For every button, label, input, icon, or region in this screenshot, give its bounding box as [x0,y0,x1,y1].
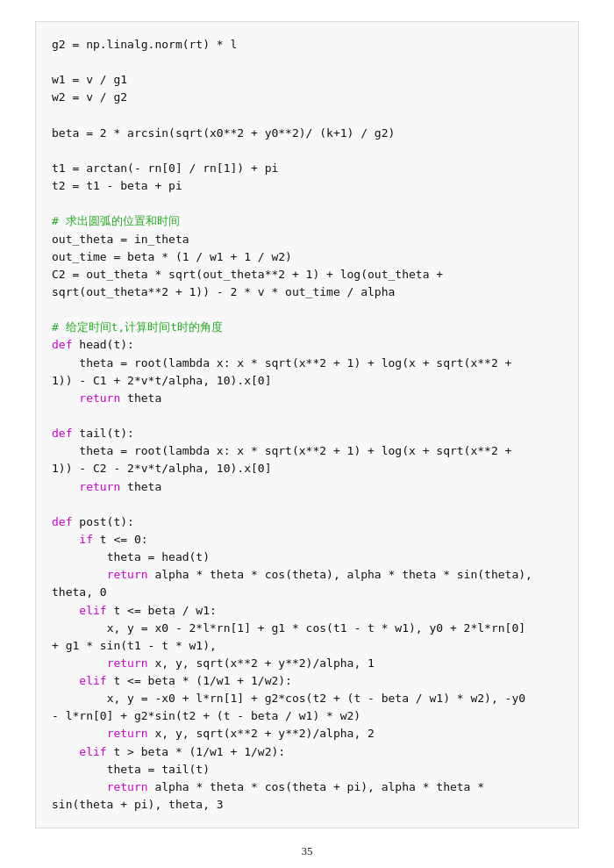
post-xy-2: x, y = -x0 + l*rn[1] + g2*cos(t2 + (t - … [52,692,525,705]
line-t2: t2 = t1 - beta + pi [52,179,182,192]
line-beta: beta = 2 * arcsin(sqrt(x0**2 + y0**2)/ (… [52,126,395,140]
tail-theta: theta = root(lambda x: x * sqrt(x**2 + 1… [52,444,511,457]
post-xy-2b: - l*rn[0] + g2*sin(t2 + (t - beta / w1) … [52,709,361,722]
post-xy-1: x, y = x0 - 2*l*rn[1] + g1 * cos(t1 - t … [52,621,525,635]
line-c2-1: C2 = out_theta * sqrt(out_theta**2 + 1) … [52,268,443,281]
line-w2: w2 = v / g2 [52,90,127,104]
elif-gt: elif t > beta * (1/w1 + 1/w2): [52,745,285,758]
comment-2: # 给定时间t,计算时间t时的角度 [52,320,223,334]
code-content: g2 = np.linalg.norm(rt) * l w1 = v / g1 … [52,36,562,814]
line-out-time: out_time = beta * (1 / w1 + 1 / w2) [52,250,292,263]
def-post: def post(t): [52,515,134,528]
line-w1: w1 = v / g1 [52,73,127,86]
head-theta: theta = root(lambda x: x * sqrt(x**2 + 1… [52,356,511,369]
post-return-4: return alpha * theta * cos(theta + pi), … [52,780,484,793]
def-head: def head(t): [52,338,134,351]
elif-beta-w1: elif t <= beta / w1: [52,604,217,617]
if-t0: if t <= 0: [52,533,148,546]
post-return-1b: theta, 0 [52,585,107,599]
line-t1: t1 = arctan(- rn[0] / rn[1]) + pi [52,161,278,175]
def-tail: def tail(t): [52,427,134,440]
line-c2-2: sqrt(out_theta**2 + 1)) - 2 * v * out_ti… [52,285,395,298]
line-out-theta: out_theta = in_theta [52,233,189,246]
post-return-2: return x, y, sqrt(x**2 + y**2)/alpha, 1 [52,656,375,670]
tail-cont: 1)) - C2 - 2*v*t/alpha, 10).x[0] [52,462,271,475]
post-tail-theta: theta = tail(t) [52,763,210,776]
post-return-1: return alpha * theta * cos(theta), alpha… [52,568,532,581]
post-head-theta: theta = head(t) [52,550,210,563]
elif-beta-w1w2: elif t <= beta * (1/w1 + 1/w2): [52,674,292,687]
head-cont: 1)) - C1 + 2*v*t/alpha, 10).x[0] [52,374,271,387]
tail-return: return theta [52,480,161,493]
comment-1: # 求出圆弧的位置和时间 [52,214,180,227]
page: g2 = np.linalg.norm(rt) * l w1 = v / g1 … [0,0,614,868]
head-return: return theta [52,391,161,405]
line-g2: g2 = np.linalg.norm(rt) * l [52,38,237,51]
post-return-4b: sin(theta + pi), theta, 3 [52,798,224,811]
code-block: g2 = np.linalg.norm(rt) * l w1 = v / g1 … [35,21,579,829]
post-return-3: return x, y, sqrt(x**2 + y**2)/alpha, 2 [52,727,375,740]
post-xy-1b: + g1 * sin(t1 - t * w1), [52,639,217,652]
page-number: 35 [302,844,313,858]
